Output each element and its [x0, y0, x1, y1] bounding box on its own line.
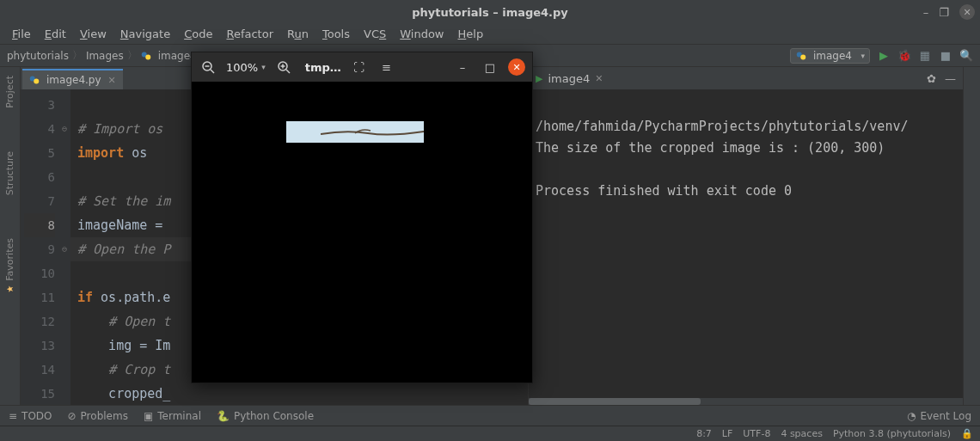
menu-edit[interactable]: Edit	[40, 26, 71, 42]
window-close-button[interactable]: ✕	[959, 4, 975, 20]
console-line: Process finished with exit code 0	[536, 183, 792, 199]
window-maximize-button[interactable]: ❐	[939, 6, 949, 19]
menu-navigate[interactable]: Navigate	[115, 26, 175, 42]
cropped-image	[286, 121, 424, 143]
run-with-coverage-button[interactable]: ▦	[918, 49, 932, 63]
viewer-menu-button[interactable]: ≡	[377, 58, 396, 77]
close-tab-button[interactable]: ✕	[108, 75, 116, 86]
todo-tool-window[interactable]: ≡ TODO	[9, 410, 52, 422]
branch-graphic	[321, 126, 424, 138]
console-line: /home/fahmida/PycharmProjects/phytutoria…	[536, 119, 908, 134]
menu-code[interactable]: Code	[179, 26, 217, 42]
right-tool-window-bar	[963, 67, 980, 420]
line-number: 3	[24, 93, 55, 117]
menu-refactor[interactable]: Refactor	[221, 26, 279, 42]
stop-button[interactable]: ■	[939, 49, 952, 63]
line-number: 6	[24, 165, 55, 189]
fold-marker-icon[interactable]: ⊖	[62, 237, 67, 261]
structure-tool-window[interactable]: Structure	[4, 151, 15, 195]
svg-point-3	[800, 54, 805, 59]
fold-marker-icon[interactable]: ⊖	[62, 117, 67, 141]
image-viewer-toolbar: 100%▾ tmp… ⛶ ≡ – □ ✕	[192, 52, 532, 82]
line-ending[interactable]: LF	[722, 428, 732, 439]
zoom-in-button[interactable]	[274, 58, 293, 77]
editor-gutter[interactable]: 3 4 5 6 7 8 9 10 11 12 13 14 15 ⊖ ⊖	[21, 89, 70, 405]
code-line: img = Im	[77, 338, 170, 353]
left-tool-window-bar: Project Structure ★Favorites	[0, 67, 21, 420]
run-configuration-selector[interactable]: image4	[790, 48, 870, 64]
menu-run[interactable]: Run	[282, 26, 314, 42]
event-log-tool-window[interactable]: ◔ Event Log	[907, 410, 971, 422]
window-titlebar: phytutorials – image4.py – ❐ ✕	[0, 0, 980, 24]
python-file-icon	[29, 75, 40, 85]
python-file-icon	[141, 51, 151, 61]
zoom-out-button[interactable]	[199, 58, 217, 77]
file-encoding[interactable]: UTF-8	[743, 428, 770, 439]
code-line: # Crop t	[77, 362, 170, 377]
run-button[interactable]: ▶	[877, 49, 891, 63]
breadcrumb-folder[interactable]: Images	[86, 50, 124, 62]
line-number: 5	[24, 141, 55, 165]
run-tool-window-header: ▶ image4 ✕ ✿ —	[529, 67, 963, 89]
menu-tools[interactable]: Tools	[317, 26, 355, 42]
viewer-minimize-button[interactable]: –	[453, 58, 472, 77]
close-run-tab[interactable]: ✕	[595, 73, 603, 84]
python-console-tool-window[interactable]: 🐍 Python Console	[217, 410, 314, 422]
line-number: 13	[24, 334, 55, 358]
window-title: phytutorials – image4.py	[412, 6, 568, 19]
line-number: 14	[24, 358, 55, 382]
breadcrumb-separator: 〉	[72, 48, 83, 63]
python-file-icon	[796, 51, 806, 61]
svg-line-7	[211, 70, 214, 73]
cursor-position[interactable]: 8:7	[696, 428, 712, 439]
code-line: imageName =	[77, 217, 170, 233]
run-configuration-label: image4	[813, 50, 852, 62]
menu-bar: File Edit View Navigate Code Refactor Ru…	[0, 24, 980, 45]
problems-tool-window[interactable]: ⊘ Problems	[68, 410, 128, 422]
line-number: 11	[24, 285, 55, 309]
editor-tab[interactable]: image4.py ✕	[22, 69, 123, 89]
fullscreen-button[interactable]: ⛶	[350, 58, 369, 77]
line-number: 12	[24, 309, 55, 334]
console-line: The size of the cropped image is : (200,…	[536, 140, 885, 156]
project-tool-window[interactable]: Project	[4, 76, 15, 108]
lock-icon[interactable]: 🔒	[961, 428, 973, 439]
run-console[interactable]: /home/fahmida/PycharmProjects/phytutoria…	[529, 89, 963, 398]
breadcrumb-separator: 〉	[127, 48, 138, 63]
search-everywhere-button[interactable]: 🔍	[959, 49, 973, 63]
line-number: 7	[24, 189, 55, 213]
hide-run-button[interactable]: —	[945, 72, 956, 85]
terminal-tool-window[interactable]: ▣ Terminal	[144, 410, 201, 422]
menu-window[interactable]: Window	[395, 26, 449, 42]
menu-vcs[interactable]: VCS	[358, 26, 391, 42]
breadcrumb[interactable]: phytutorials 〉 Images 〉 image4	[7, 48, 197, 63]
run-settings-button[interactable]: ✿	[927, 72, 936, 85]
image-viewer-title: tmp…	[305, 61, 341, 74]
breadcrumb-root[interactable]: phytutorials	[7, 50, 69, 62]
debug-button[interactable]: 🐞	[897, 49, 911, 63]
svg-point-5	[34, 79, 39, 84]
svg-point-1	[145, 54, 150, 59]
status-bar: 8:7 LF UTF-8 4 spaces Python 3.8 (phytut…	[0, 426, 980, 441]
line-number: 8	[24, 213, 55, 237]
image-viewer-window[interactable]: 100%▾ tmp… ⛶ ≡ – □ ✕	[191, 52, 533, 383]
python-interpreter[interactable]: Python 3.8 (phytutorials)	[833, 428, 951, 439]
menu-file[interactable]: File	[7, 26, 36, 42]
bottom-tool-window-bar: ≡ TODO ⊘ Problems ▣ Terminal 🐍 Python Co…	[0, 405, 980, 426]
image-viewer-canvas[interactable]	[192, 82, 532, 383]
window-minimize-button[interactable]: –	[923, 6, 929, 19]
menu-view[interactable]: View	[75, 26, 112, 42]
run-tab-label[interactable]: image4	[548, 72, 590, 85]
menu-help[interactable]: Help	[453, 26, 489, 42]
favorites-tool-window[interactable]: ★Favorites	[4, 238, 15, 294]
console-scrollbar[interactable]	[529, 398, 963, 405]
zoom-level-selector[interactable]: 100%▾	[226, 61, 266, 74]
code-line: cropped_	[77, 386, 170, 401]
line-number: 4	[24, 117, 55, 141]
code-line: # Open t	[77, 314, 170, 329]
viewer-maximize-button[interactable]: □	[481, 58, 499, 77]
line-number: 9	[24, 237, 55, 261]
viewer-close-button[interactable]: ✕	[508, 58, 525, 76]
indent-settings[interactable]: 4 spaces	[781, 428, 823, 439]
editor-tab-label: image4.py	[46, 74, 101, 86]
